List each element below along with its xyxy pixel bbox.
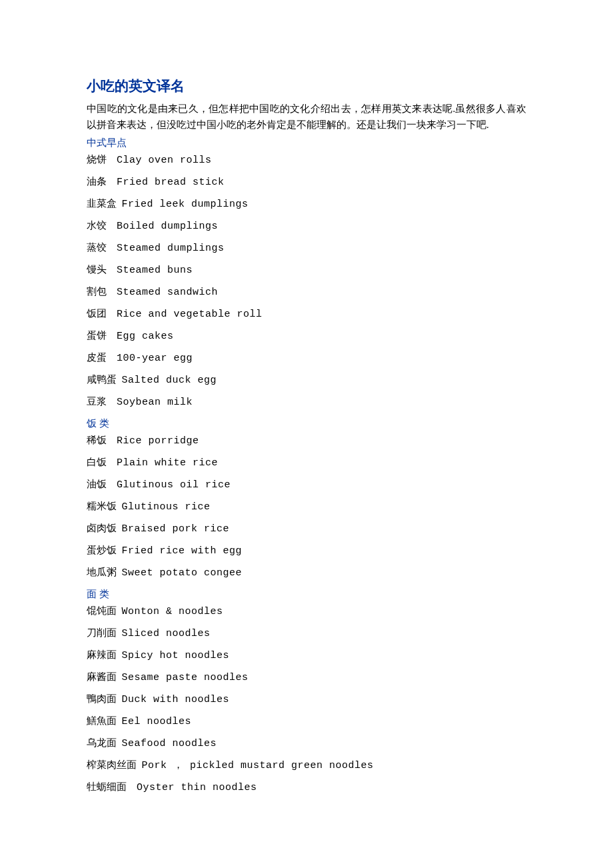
food-item-zh: 糯米饭: [87, 501, 117, 511]
food-item-zh: 蒸饺: [87, 242, 107, 253]
food-item-zh: 榨菜肉丝面: [87, 759, 137, 770]
food-item-en: Steamed sandwich: [117, 287, 218, 298]
food-item-zh: 乌龙面: [87, 737, 117, 748]
food-item-zh: 馄饨面: [87, 605, 117, 616]
section-heading-breakfast: 中式早点: [87, 137, 526, 149]
food-item-en: Soybean milk: [117, 397, 193, 408]
food-item-en: Steamed dumplings: [117, 243, 225, 254]
food-item-zh: 油条: [87, 176, 107, 187]
food-item: 烧饼Clay oven rolls: [87, 153, 526, 167]
food-item-zh: 韭菜盒: [87, 198, 117, 209]
food-item: 油条Fried bread stick: [87, 175, 526, 189]
food-item: 水饺Boiled dumplings: [87, 219, 526, 233]
food-item: 割包Steamed sandwich: [87, 285, 526, 299]
food-item-en: Sweet potato congee: [122, 567, 243, 579]
document-page: 小吃的英文译名 中国吃的文化是由来已久，但怎样把中国吃的文化介绍出去，怎样用英文…: [0, 0, 613, 868]
food-item: 刀削面Sliced noodles: [87, 627, 526, 640]
food-item: 榨菜肉丝面Pork ， pickled mustard green noodle…: [87, 759, 526, 772]
food-item: 鱔魚面Eel noodles: [87, 715, 526, 728]
food-item-en: Salted duck egg: [122, 375, 217, 386]
item-list-rice: 稀饭Rice porridge白饭Plain white rice油饭Gluti…: [87, 434, 526, 579]
food-item-zh: 白饭: [87, 457, 107, 467]
food-item: 蒸饺Steamed dumplings: [87, 241, 526, 255]
food-item-zh: 鴨肉面: [87, 693, 117, 704]
food-item: 卤肉饭Braised pork rice: [87, 522, 526, 535]
page-title: 小吃的英文译名: [87, 77, 526, 95]
food-item: 皮蛋100-year egg: [87, 351, 526, 365]
food-item-zh: 鱔魚面: [87, 715, 117, 726]
food-item-en: Egg cakes: [117, 331, 174, 342]
food-item-en: Rice porridge: [117, 435, 199, 447]
food-item-en: Clay oven rolls: [117, 155, 212, 166]
food-item-en: Fried rice with egg: [122, 545, 243, 557]
item-list-breakfast: 烧饼Clay oven rolls油条Fried bread stick韭菜盒F…: [87, 153, 526, 409]
food-item-en: Pork ， pickled mustard green noodles: [142, 760, 374, 771]
food-item-zh: 蛋饼: [87, 330, 107, 341]
food-item: 蛋炒饭Fried rice with egg: [87, 544, 526, 557]
food-item: 乌龙面Seafood noodles: [87, 737, 526, 750]
food-item: 稀饭Rice porridge: [87, 434, 526, 447]
food-item-en: Seafood noodles: [122, 738, 217, 749]
food-item-zh: 地瓜粥: [87, 567, 117, 577]
food-item-zh: 饭团: [87, 308, 107, 319]
food-item-en: Glutinous oil rice: [117, 479, 231, 491]
food-item-en: Eel noodles: [122, 716, 192, 727]
food-item-zh: 油饭: [87, 479, 107, 489]
food-item-en: Duck with noodles: [122, 694, 230, 705]
food-item-en: Boiled dumplings: [117, 221, 218, 232]
food-item: 麻辣面Spicy hot noodles: [87, 649, 526, 662]
food-item-zh: 馒头: [87, 264, 107, 275]
food-item-zh: 水饺: [87, 220, 107, 231]
food-item-en: Spicy hot noodles: [122, 650, 230, 661]
item-list-noodles: 馄饨面Wonton & noodles刀削面Sliced noodles麻辣面S…: [87, 605, 526, 794]
food-item: 地瓜粥Sweet potato congee: [87, 566, 526, 579]
food-item-en: Steamed buns: [117, 265, 193, 276]
food-item-zh: 蛋炒饭: [87, 545, 117, 555]
food-item: 白饭Plain white rice: [87, 456, 526, 469]
food-item: 馄饨面Wonton & noodles: [87, 605, 526, 618]
food-item: 韭菜盒Fried leek dumplings: [87, 197, 526, 211]
food-item: 油饭Glutinous oil rice: [87, 478, 526, 491]
food-item: 饭团Rice and vegetable roll: [87, 307, 526, 321]
food-item-en: 100-year egg: [117, 353, 193, 364]
food-item: 蛋饼Egg cakes: [87, 329, 526, 343]
food-item-zh: 麻酱面: [87, 671, 117, 682]
food-item-en: Sesame paste noodles: [122, 672, 249, 683]
food-item-zh: 卤肉饭: [87, 523, 117, 533]
food-item: 牡蛎细面Oyster thin noodles: [87, 781, 526, 794]
food-item-en: Glutinous rice: [122, 501, 211, 513]
food-item-zh: 烧饼: [87, 154, 107, 165]
section-heading-noodles: 面 类: [87, 588, 526, 601]
food-item-zh: 咸鸭蛋: [87, 374, 117, 385]
food-item-en: Rice and vegetable roll: [117, 309, 263, 320]
food-item-zh: 皮蛋: [87, 352, 107, 363]
food-item-zh: 牡蛎细面: [87, 781, 127, 792]
food-item-en: Wonton & noodles: [122, 606, 223, 617]
food-item-en: Plain white rice: [117, 457, 218, 469]
food-item: 鴨肉面Duck with noodles: [87, 693, 526, 706]
food-item: 馒头Steamed buns: [87, 263, 526, 277]
food-item-en: Oyster thin noodles: [137, 782, 257, 793]
intro-paragraph: 中国吃的文化是由来已久，但怎样把中国吃的文化介绍出去，怎样用英文来表达呢.虽然很…: [87, 101, 526, 133]
food-item: 豆浆Soybean milk: [87, 395, 526, 409]
food-item-en: Sliced noodles: [122, 628, 211, 639]
food-item-zh: 刀削面: [87, 627, 117, 638]
food-item-en: Fried leek dumplings: [122, 199, 249, 210]
food-item: 咸鸭蛋Salted duck egg: [87, 373, 526, 387]
food-item-zh: 麻辣面: [87, 649, 117, 660]
food-item-zh: 豆浆: [87, 396, 107, 407]
food-item-zh: 割包: [87, 286, 107, 297]
food-item: 麻酱面Sesame paste noodles: [87, 671, 526, 684]
food-item: 糯米饭Glutinous rice: [87, 500, 526, 513]
food-item-en: Fried bread stick: [117, 177, 225, 188]
food-item-en: Braised pork rice: [122, 523, 230, 535]
food-item-zh: 稀饭: [87, 435, 107, 445]
section-heading-rice: 饭 类: [87, 417, 526, 430]
